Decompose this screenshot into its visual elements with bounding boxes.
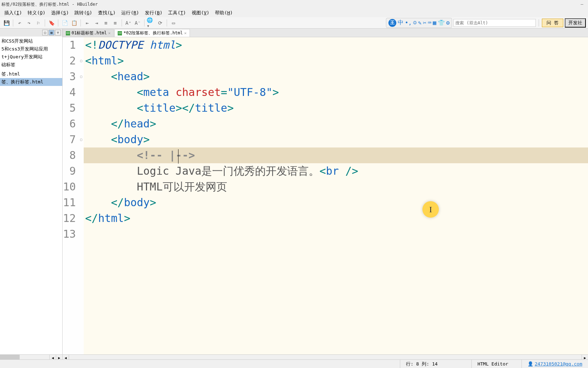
fold-toggle-icon xyxy=(79,226,84,242)
dev-button[interactable]: 开发社 xyxy=(565,18,586,28)
code-line[interactable]: <body> xyxy=(84,132,588,147)
code-line[interactable]: <html> xyxy=(84,53,588,69)
minimize-button[interactable]: — xyxy=(579,1,585,8)
search-input[interactable] xyxy=(454,19,536,27)
font-increase-icon[interactable]: A⁺ xyxy=(124,19,133,27)
align-right-icon[interactable]: ≡ xyxy=(111,19,119,27)
sidebar-header: ▢ ▤ ▽ xyxy=(0,29,62,37)
save-icon[interactable]: 💾 xyxy=(2,19,11,27)
fold-toggle-icon xyxy=(79,100,84,116)
tree-item[interactable]: 签、换行标签.html xyxy=(0,78,62,86)
outdent-icon[interactable]: ⇤ xyxy=(83,19,92,27)
device-icon[interactable]: ▭ xyxy=(169,19,178,27)
code-line[interactable]: <head> xyxy=(84,69,588,84)
code-line[interactable]: </body> xyxy=(84,195,588,210)
separator xyxy=(13,19,13,26)
code-line[interactable]: HTML可以开发网页 xyxy=(84,179,588,195)
toolbar: 💾 ↶ ↷ ⚐ 🔖 📄 📋 ⇤ ⇥ ≡ ≡ A⁺ A⁻ 🌐▾ ⟳ ▭ 王 中 •… xyxy=(0,17,588,29)
indent-icon[interactable]: ⇥ xyxy=(92,19,101,27)
tab-label: 01标题标签.html xyxy=(72,30,107,36)
user-account[interactable]: 👤 2473105021@qq.com xyxy=(521,360,588,368)
code-line[interactable]: <title></title> xyxy=(84,100,588,116)
editor-tab[interactable]: <>*02段落标签、换行标签.html✕ xyxy=(114,29,190,37)
fold-toggle-icon xyxy=(79,116,84,132)
new-file-icon[interactable]: 📄 xyxy=(60,19,69,27)
menu-item[interactable]: 选择(S) xyxy=(48,9,72,17)
ime-main-icon[interactable]: 王 xyxy=(388,19,396,27)
ime-gear-icon[interactable]: ⚙ xyxy=(446,19,450,26)
ask-button[interactable]: 问 答 xyxy=(542,19,563,27)
refresh-icon[interactable]: ⟳ xyxy=(156,19,165,27)
ime-keyboard-icon[interactable]: ⌨ xyxy=(428,19,431,26)
fold-toggle-icon xyxy=(79,179,84,195)
ime-punct-icon[interactable]: •, xyxy=(405,19,412,26)
fold-toggle-icon xyxy=(79,163,84,179)
tree-item[interactable]: 签.html xyxy=(0,70,62,78)
editor-tab[interactable]: <>01标题标签.html✕ xyxy=(63,29,114,37)
user-link[interactable]: 2473105021@qq.com xyxy=(535,361,582,367)
fold-toggle-icon xyxy=(79,195,84,210)
tab-bar: <>01标题标签.html✕<>*02段落标签、换行标签.html✕ xyxy=(63,29,588,37)
fold-toggle-icon xyxy=(79,210,84,226)
separator xyxy=(167,19,167,26)
bookmark-icon[interactable]: 🔖 xyxy=(47,19,56,27)
user-icon: 👤 xyxy=(528,361,533,367)
menubar: 插入(I)转义(Q)选择(S)跳转(G)查找(L)运行(R)发行(B)工具(T)… xyxy=(0,9,588,17)
html-file-icon: <> xyxy=(118,31,122,35)
line-gutter: 12345678910111213 xyxy=(63,37,79,354)
code-line[interactable]: </head> xyxy=(84,116,588,132)
ime-widget[interactable]: 王 中 •, ☺ ✎ ✂ ⌨ ▦ 👕 ⚙ xyxy=(386,18,452,28)
menu-item[interactable]: 查找(L) xyxy=(95,9,118,17)
separator xyxy=(539,19,539,26)
html-file-icon: <> xyxy=(66,31,70,35)
ime-emoji-icon[interactable]: ☺ xyxy=(413,19,417,26)
font-decrease-icon[interactable]: A⁻ xyxy=(133,19,142,27)
menu-item[interactable]: 跳转(G) xyxy=(72,9,95,17)
code-editor[interactable]: 12345678910111213 ▢▢▢ <!DOCTYPE html><ht… xyxy=(63,37,588,354)
separator xyxy=(144,19,144,26)
sidebar-view3-icon[interactable]: ▽ xyxy=(55,30,61,35)
fold-gutter[interactable]: ▢▢▢ xyxy=(79,37,84,354)
redo-icon[interactable]: ↷ xyxy=(25,19,33,27)
undo-icon[interactable]: ↶ xyxy=(15,19,24,27)
tab-label: *02段落标签、换行标签.html xyxy=(123,30,183,36)
editor-type: HTML Editor xyxy=(471,360,521,368)
ime-cut-icon[interactable]: ✂ xyxy=(423,19,427,26)
ime-skin-icon[interactable]: 👕 xyxy=(438,19,445,26)
code-line[interactable]: Logic Java是一门优秀的开发语言。<br /> xyxy=(84,163,588,179)
menu-item[interactable]: 视图(V) xyxy=(189,9,212,17)
align-left-icon[interactable]: ≡ xyxy=(102,19,110,27)
code-line[interactable]: <meta charset="UTF-8"> xyxy=(84,84,588,100)
fold-toggle-icon[interactable]: ▢ xyxy=(79,53,84,69)
tree-item[interactable]: 5和css3开发网站应用 xyxy=(0,45,62,53)
menu-item[interactable]: 工具(T) xyxy=(165,9,188,17)
sidebar: ▢ ▤ ▽ 和CSS开发网站5和css3开发网站应用t+jQuery开发网站础标… xyxy=(0,29,63,361)
code-line[interactable]: </html> xyxy=(84,210,588,226)
tree-item[interactable]: 和CSS开发网站 xyxy=(0,37,62,45)
copy-icon[interactable]: 📋 xyxy=(70,19,78,27)
tab-close-icon[interactable]: ✕ xyxy=(184,31,187,35)
menu-item[interactable]: 帮助(H) xyxy=(212,9,235,17)
sidebar-view2-icon[interactable]: ▤ xyxy=(49,30,54,35)
ime-lang-icon[interactable]: 中 xyxy=(398,19,403,26)
menu-item[interactable]: 发行(B) xyxy=(142,9,165,17)
menu-item[interactable]: 插入(I) xyxy=(1,9,25,17)
code-line[interactable]: <!-- |--> xyxy=(84,147,588,163)
sidebar-view1-icon[interactable]: ▢ xyxy=(42,30,48,35)
code-content[interactable]: <!DOCTYPE html><html> <head> <meta chars… xyxy=(84,37,588,354)
window-title: 标签/02段落标签、换行标签.html - HBuilder xyxy=(1,1,98,8)
code-line[interactable] xyxy=(84,226,588,242)
fold-toggle-icon[interactable]: ▢ xyxy=(79,69,84,84)
browser-icon[interactable]: 🌐▾ xyxy=(147,19,155,27)
menu-item[interactable]: 运行(R) xyxy=(118,9,142,17)
tab-close-icon[interactable]: ✕ xyxy=(108,31,111,35)
menu-item[interactable]: 转义(Q) xyxy=(25,9,48,17)
tree-item[interactable]: t+jQuery开发网站 xyxy=(0,53,62,61)
ime-edit-icon[interactable]: ✎ xyxy=(418,19,422,26)
fold-toggle-icon xyxy=(79,37,84,53)
fold-toggle-icon[interactable]: ▢ xyxy=(79,132,84,147)
tree-item[interactable]: 础标签 xyxy=(0,61,62,69)
ime-grid-icon[interactable]: ▦ xyxy=(433,19,436,26)
format-icon[interactable]: ⚐ xyxy=(34,19,43,27)
code-line[interactable]: <!DOCTYPE html> xyxy=(84,37,588,53)
